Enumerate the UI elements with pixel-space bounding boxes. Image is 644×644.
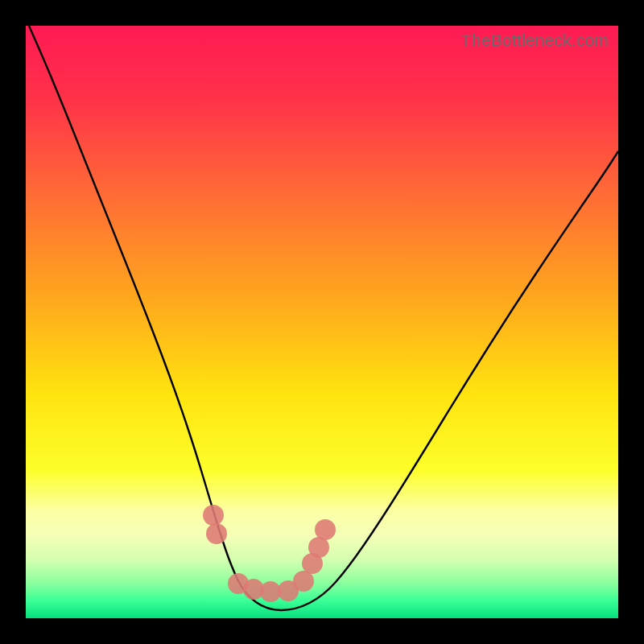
data-point-marker [293, 571, 314, 592]
data-point-marker [203, 505, 224, 526]
chart-frame: TheBottleneck.com [0, 0, 644, 644]
data-point-marker [315, 519, 336, 540]
watermark-text: TheBottleneck.com [461, 31, 609, 50]
bottleneck-curve [26, 26, 618, 618]
plot-area: TheBottleneck.com [26, 26, 618, 618]
data-point-marker [206, 523, 227, 544]
